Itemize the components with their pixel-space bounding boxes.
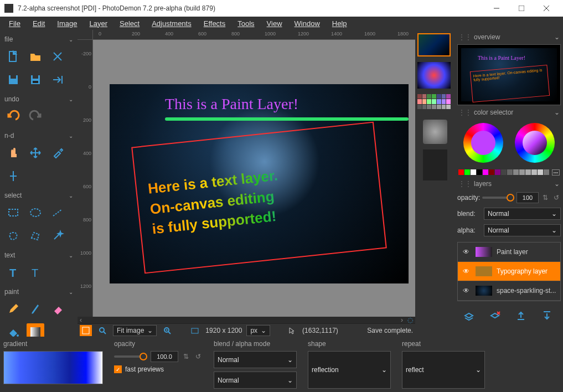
color-wheel-secondary[interactable] <box>515 123 555 163</box>
redo-button[interactable] <box>27 107 44 125</box>
color-swatch[interactable] <box>538 169 543 175</box>
measure-tool[interactable] <box>4 167 22 185</box>
undo-button[interactable] <box>4 107 22 125</box>
canvas-viewport[interactable]: This is a Paint Layer! Here is a text la… <box>93 40 415 317</box>
opacity-reset[interactable]: ↺ <box>552 193 561 202</box>
color-swatch[interactable] <box>544 169 549 175</box>
eyedropper-tool[interactable] <box>49 144 66 162</box>
color-selector-header[interactable]: ⋮⋮color selector⌄ <box>457 107 561 117</box>
add-layer-button[interactable] <box>461 308 479 326</box>
ruler-vertical[interactable]: -200 0 200 400 600 800 1000 1200 1400 <box>78 40 93 317</box>
fill-tool[interactable] <box>4 323 22 337</box>
menu-select[interactable]: Select <box>114 18 145 29</box>
menu-help[interactable]: Help <box>327 18 353 29</box>
brush-tool[interactable] <box>27 300 44 318</box>
menu-layer[interactable]: Layer <box>84 18 113 29</box>
visibility-icon[interactable]: 👁 <box>461 267 471 275</box>
tool-section-text[interactable]: text⌄ <box>3 250 74 260</box>
opacity-stepper[interactable]: ⇅ <box>541 193 550 202</box>
layer-item-paint[interactable]: 👁 Paint layer <box>458 243 560 262</box>
color-swatch[interactable] <box>483 169 488 175</box>
save-button[interactable] <box>4 71 22 89</box>
scroll-left-icon[interactable]: ‹ <box>78 316 84 324</box>
more-colors-button[interactable]: ••• <box>552 169 560 176</box>
color-swatch[interactable] <box>531 169 537 175</box>
open-file-button[interactable] <box>27 48 44 65</box>
color-swatch[interactable] <box>501 169 507 175</box>
tool-section-file[interactable]: file⌄ <box>3 34 74 44</box>
tool-section-select[interactable]: select⌄ <box>3 190 74 200</box>
fit-screen-button[interactable] <box>80 325 92 336</box>
layer-opacity-slider[interactable] <box>482 197 514 199</box>
layer-item-typography[interactable]: 👁 Typography layer <box>458 262 560 281</box>
rect-select-tool[interactable] <box>4 204 22 221</box>
close-button[interactable] <box>534 1 559 16</box>
minimize-button[interactable] <box>484 1 509 16</box>
image-tab-4[interactable] <box>423 120 447 144</box>
opacity-reset[interactable]: ↺ <box>194 352 203 361</box>
menu-edit[interactable]: Edit <box>27 18 50 29</box>
layer-up-button[interactable] <box>513 308 531 326</box>
bottom-opacity-value[interactable]: 100.0 <box>151 351 178 362</box>
layers-header[interactable]: ⋮⋮layers⌄ <box>457 179 561 189</box>
menu-window[interactable]: Window <box>289 18 326 29</box>
color-swatch[interactable] <box>519 169 525 175</box>
menu-view[interactable]: View <box>261 18 288 29</box>
maximize-button[interactable] <box>509 1 534 16</box>
menu-tools[interactable]: Tools <box>232 18 260 29</box>
new-file-button[interactable] <box>4 48 22 65</box>
alpha-mode-select[interactable]: Normal⌄ <box>214 372 297 389</box>
color-swatch[interactable] <box>513 169 519 175</box>
delete-layer-button[interactable] <box>487 308 505 326</box>
image-tab-5[interactable] <box>423 149 447 180</box>
shape-select[interactable]: reflection⌄ <box>308 351 391 389</box>
color-swatch[interactable] <box>495 169 500 175</box>
hand-tool[interactable] <box>4 144 22 162</box>
overview-header[interactable]: ⋮⋮overview⌄ <box>457 32 561 42</box>
polygon-select-tool[interactable] <box>27 227 44 245</box>
lasso-tool[interactable] <box>4 227 22 245</box>
tool-section-paint[interactable]: paint⌄ <box>3 287 74 297</box>
scroll-right-icon[interactable]: › <box>399 316 405 324</box>
menu-file[interactable]: File <box>3 18 26 29</box>
visibility-icon[interactable]: 👁 <box>461 248 471 256</box>
layer-opacity-value[interactable]: 100 <box>516 192 539 203</box>
image-tab-1[interactable] <box>417 33 451 56</box>
eraser-tool[interactable] <box>49 300 66 318</box>
unit-select[interactable]: px⌄ <box>246 325 270 336</box>
repeat-select[interactable]: reflect⌄ <box>402 351 485 389</box>
layer-down-button[interactable] <box>539 308 557 326</box>
zoom-select[interactable]: Fit image⌄ <box>113 325 157 336</box>
color-swatch[interactable] <box>464 169 470 175</box>
color-swatch[interactable] <box>471 169 476 175</box>
color-palette[interactable]: ••• <box>457 168 561 177</box>
tool-section-undo[interactable]: undo⌄ <box>3 94 74 104</box>
tool-section-nd[interactable]: n-d⌄ <box>3 131 74 141</box>
save-as-button[interactable] <box>27 71 44 89</box>
export-button[interactable] <box>49 71 66 89</box>
ruler-horizontal[interactable]: 0 200 400 600 800 1000 1200 1400 1600 18… <box>93 30 415 40</box>
color-swatch[interactable] <box>489 169 494 175</box>
ellipse-select-tool[interactable] <box>27 204 44 221</box>
zoom-out-button[interactable] <box>96 325 109 336</box>
menu-image[interactable]: Image <box>51 18 82 29</box>
line-select-tool[interactable] <box>49 204 66 221</box>
color-swatch[interactable] <box>507 169 513 175</box>
menu-effects[interactable]: Effects <box>198 18 231 29</box>
image-tab-3[interactable] <box>417 94 451 114</box>
close-file-button[interactable] <box>49 48 66 65</box>
color-wheel-primary[interactable] <box>463 123 503 163</box>
visibility-icon[interactable]: 👁 <box>461 287 471 295</box>
zoom-in-button[interactable] <box>161 325 173 336</box>
horizontal-scrollbar[interactable]: ‹ › ◌ <box>78 317 415 323</box>
text-tool-serif[interactable]: T <box>27 264 44 281</box>
pencil-tool[interactable] <box>4 300 22 318</box>
gradient-preview[interactable] <box>3 351 103 384</box>
scroll-target-icon[interactable]: ◌ <box>405 316 415 324</box>
menu-adjustments[interactable]: Adjustments <box>146 18 197 29</box>
layer-item-space[interactable]: 👁 space-sparkling-st... <box>458 281 560 301</box>
blend-select[interactable]: Normal⌄ <box>484 208 561 220</box>
image-tab-2[interactable] <box>417 62 451 89</box>
gradient-tool[interactable] <box>27 323 44 337</box>
move-tool[interactable] <box>27 144 44 162</box>
